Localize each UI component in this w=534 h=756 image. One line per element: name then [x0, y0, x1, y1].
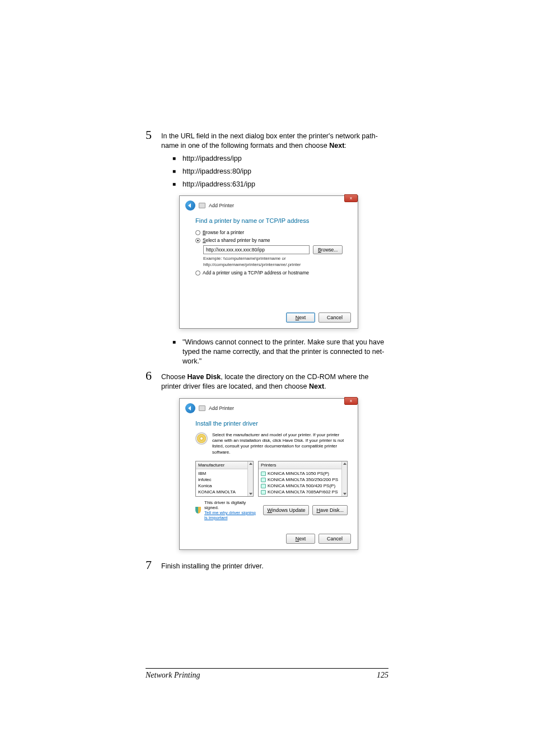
printers-listbox[interactable]: Printers KONICA MINOLTA 1050 PS(P) KONIC… [258, 461, 348, 497]
step-number: 7 [146, 559, 161, 571]
cd-icon [195, 432, 208, 445]
example-line1: Example: \\computername\printername or [203, 256, 348, 262]
listbox-header: Printers [259, 461, 347, 469]
bullet-icon: ■ [172, 338, 182, 346]
install-top: Select the manufacturer and model of you… [195, 432, 348, 456]
next-button[interactable]: Next [286, 312, 315, 323]
signed-text: This driver is digitally signed. [204, 500, 260, 510]
back-button[interactable] [185, 200, 195, 211]
step5-text-b: : [344, 142, 346, 150]
step-text: Finish installing the printer driver. [161, 559, 264, 571]
manufacturer-listbox[interactable]: Manufacturer IBM infotec Konica KONICA M… [195, 461, 254, 497]
list-item[interactable]: KONICA MINOLTA 1050 PS(P) [261, 470, 345, 477]
step6-havedisk: Have Disk [188, 373, 221, 381]
dialog-heading: Find a printer by name or TCP/IP address [195, 217, 348, 224]
listbox-header: Manufacturer [196, 461, 253, 469]
add-printer-dialog-1: x Add Printer Find a printer by name or … [179, 195, 358, 329]
step-number: 5 [146, 129, 161, 141]
printer-icon [199, 203, 205, 208]
dialog-header: Add Printer [180, 399, 358, 416]
radio-label: Select a shared printer by name [203, 237, 270, 243]
listbox-row: Manufacturer IBM infotec Konica KONICA M… [195, 461, 348, 497]
dialog-heading: Install the printer driver [195, 420, 348, 427]
close-button[interactable]: x [344, 194, 358, 202]
dialog-footer: Next Cancel [180, 529, 358, 549]
radio-tcpip[interactable]: Add a printer using a TCP/IP address or … [195, 270, 348, 276]
step6-text-c: . [324, 382, 326, 390]
bullet-text: http://ipaddress:631/ipp [182, 180, 255, 189]
step6-next: Next [309, 382, 324, 390]
footer-left: Network Printing [146, 671, 200, 680]
back-button[interactable] [185, 403, 195, 413]
radio-browse[interactable]: Browse for a printer [195, 230, 348, 235]
radio-icon [195, 238, 200, 243]
footer-right: 125 [377, 671, 388, 680]
step-text: In the URL field in the next dialog box … [161, 129, 388, 151]
list-item[interactable]: infotec [198, 477, 251, 483]
dialog-title: Add Printer [209, 203, 234, 208]
bullet-text: http://ipaddress/ipp [182, 154, 242, 164]
printer-url-input[interactable]: http://xxx.xxx.xxx.xxx:80/ipp [203, 245, 310, 254]
radio-label: Add a printer using a TCP/IP address or … [203, 270, 309, 276]
list-item[interactable]: KONICA MINOLTA 350/250/200 PS [261, 477, 345, 483]
dialog-body: Find a printer by name or TCP/IP address… [180, 213, 358, 308]
note-bullet-group: ■ "Windows cannot connect to the printer… [172, 338, 388, 366]
dialog-header: Add Printer [180, 196, 358, 213]
step-7: 7 Finish installing the printer driver. [146, 559, 388, 571]
list-item[interactable]: KONICA MINOLTA 7085AP/602 PS [261, 489, 345, 495]
scrollbar[interactable] [247, 461, 253, 496]
have-disk-button[interactable]: Have Disk... [312, 505, 348, 515]
listbox-items: KONICA MINOLTA 1050 PS(P) KONICA MINOLTA… [259, 469, 347, 496]
step5-bullets: ■ http://ipaddress/ipp ■ http://ipaddres… [172, 154, 388, 189]
list-item[interactable]: IBM [198, 470, 251, 477]
install-toptext: Select the manufacturer and model of you… [212, 432, 348, 456]
list-item[interactable]: KONICA MINOLTA 500/420 PS(P) [261, 483, 345, 489]
cancel-button[interactable]: Cancel [318, 534, 351, 544]
dialog-body: Install the printer driver Select the ma… [180, 416, 358, 530]
step-6: 6 Choose Have Disk, locate the directory… [146, 370, 388, 391]
cancel-button[interactable]: Cancel [318, 312, 351, 323]
radio-icon [195, 270, 200, 276]
bullet-text: http://ipaddress:80/ipp [182, 167, 251, 176]
dialog-footer: Next Cancel [180, 308, 358, 328]
windows-update-button[interactable]: Windows Update [263, 505, 309, 515]
step6-text-a: Choose [161, 373, 188, 381]
step-text: Choose Have Disk, locate the directory o… [161, 370, 388, 391]
page-footer: Network Printing 125 [146, 668, 388, 680]
shield-icon [195, 507, 201, 514]
add-printer-dialog-2: x Add Printer Install the printer driver… [179, 398, 358, 550]
list-item[interactable]: KONICA MINOLTA [198, 489, 251, 495]
dialog2-wrap: x Add Printer Install the printer driver… [179, 398, 388, 550]
step5-next: Next [329, 142, 344, 150]
bullet-row: ■ http://ipaddress:631/ipp [172, 180, 388, 189]
note-text: "Windows cannot connect to the printer. … [182, 338, 388, 366]
scrollbar[interactable] [341, 461, 347, 496]
dialog-spacer [195, 278, 348, 301]
close-button[interactable]: x [344, 397, 358, 405]
printer-model-icon [261, 490, 266, 494]
bullet-row: ■ http://ipaddress/ipp [172, 154, 388, 164]
printer-model-icon [261, 478, 266, 482]
step-number: 6 [146, 370, 161, 382]
dialog1-wrap: x Add Printer Find a printer by name or … [179, 195, 388, 329]
page-content: 5 In the URL field in the next dialog bo… [146, 129, 388, 575]
list-item[interactable]: Konica [198, 483, 251, 489]
signed-info: This driver is digitally signed. Tell me… [204, 500, 260, 520]
browse-button[interactable]: Browse... [313, 245, 343, 254]
bullet-row: ■ "Windows cannot connect to the printer… [172, 338, 388, 366]
bullet-icon: ■ [172, 167, 182, 175]
step-5: 5 In the URL field in the next dialog bo… [146, 129, 388, 151]
tellme-link[interactable]: Tell me why driver signing is important [204, 510, 260, 520]
dialog-title: Add Printer [209, 405, 234, 411]
bullet-icon: ■ [172, 180, 182, 188]
example-text: Example: \\computername\printername or h… [203, 256, 348, 268]
radio-select-shared[interactable]: Select a shared printer by name [195, 237, 348, 243]
radio-icon [195, 230, 200, 235]
printer-icon [199, 405, 205, 411]
next-button[interactable]: Next [286, 534, 315, 544]
signed-row: This driver is digitally signed. Tell me… [195, 500, 348, 520]
listbox-items: IBM infotec Konica KONICA MINOLTA [196, 469, 253, 496]
printer-model-icon [261, 484, 266, 488]
url-input-row: http://xxx.xxx.xxx.xxx:80/ipp Browse... [203, 245, 348, 254]
bullet-icon: ■ [172, 154, 182, 162]
